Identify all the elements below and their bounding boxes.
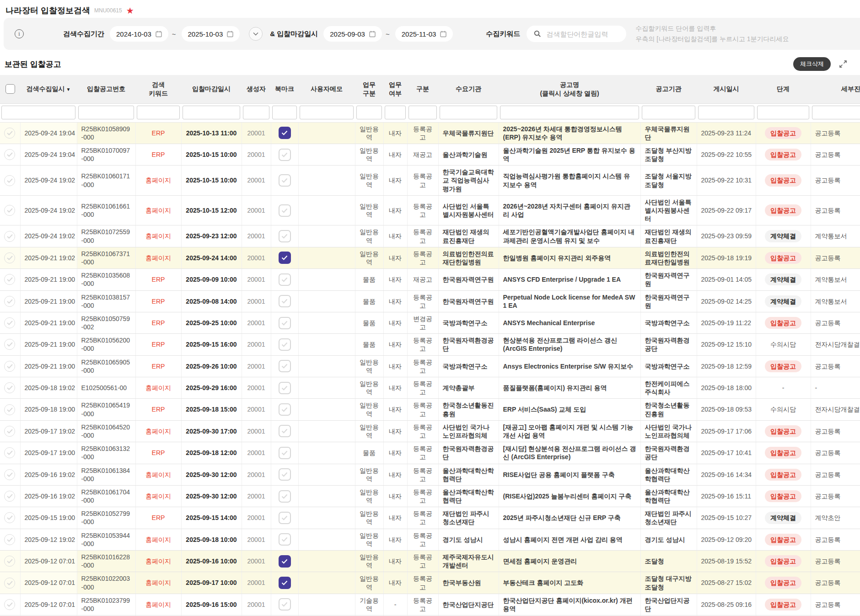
notice-title-link[interactable]: 직업능력심사평가원 통합홈페이지 시스템 유지보수 용역 — [499, 166, 640, 196]
collect-to-date[interactable]: 2025-10-03 — [182, 26, 240, 42]
row-select-check-icon[interactable] — [4, 274, 15, 285]
user-memo-cell[interactable] — [298, 195, 355, 225]
filter-input-collected[interactable] — [1, 106, 75, 119]
row-select-check-icon[interactable] — [4, 426, 15, 437]
filter-input-cat[interactable] — [408, 106, 437, 119]
row-select-check-icon[interactable] — [4, 534, 15, 545]
filter-input-agency[interactable] — [642, 106, 695, 119]
select-all-checkbox[interactable] — [5, 84, 15, 94]
user-memo-cell[interactable] — [298, 290, 355, 312]
notice-title-link[interactable]: 면세점 홈페이지 운영관리 — [499, 551, 640, 572]
row-select-check-icon[interactable] — [4, 512, 15, 523]
filter-input-bookmark[interactable] — [272, 106, 297, 119]
notice-title-link[interactable]: 품질플랫폼(홈페이지) 유지관리 용역 — [499, 377, 640, 399]
favorite-star-icon[interactable]: ★ — [126, 6, 134, 15]
filter-input-creator[interactable] — [243, 106, 269, 119]
notice-title-link[interactable]: ANSYS Mechanical Enterprise — [499, 312, 640, 333]
notice-title-link[interactable]: 세포기반인공혈액기술개발사업단 홈페이지 내 과제관리 운영시스템 유지 및 보… — [499, 225, 640, 247]
select-all-header[interactable] — [0, 75, 20, 103]
bookmark-checkbox[interactable] — [279, 273, 291, 286]
filter-input-bidno[interactable] — [78, 106, 134, 119]
bookmark-checkbox[interactable] — [279, 317, 291, 329]
row-select-check-icon[interactable] — [4, 128, 15, 139]
user-memo-cell[interactable] — [298, 420, 355, 442]
keyword-input[interactable] — [545, 30, 619, 38]
row-select-check-icon[interactable] — [4, 205, 15, 216]
check-delete-button[interactable]: 체크삭제 — [793, 57, 831, 71]
filter-input-deadline[interactable] — [183, 106, 240, 119]
bookmark-checkbox[interactable] — [279, 382, 291, 394]
deadline-to-date[interactable]: 2025-11-03 — [395, 26, 453, 42]
row-select-check-icon[interactable] — [4, 296, 15, 307]
user-memo-cell[interactable] — [298, 312, 355, 333]
column-header-collected[interactable]: 검색수집일시▼ — [20, 75, 77, 103]
notice-title-link[interactable]: [재공고] 모아팹 홈페이지 개편 및 시스템 기능개선 사업 용역 — [499, 420, 640, 442]
notice-title-link[interactable]: 2025~2026년 차세대 통합경영정보시스템(ERP) 유지보수 용역 — [499, 122, 640, 144]
filter-input-title[interactable] — [500, 106, 639, 119]
expand-icon[interactable] — [839, 60, 847, 68]
user-memo-cell[interactable] — [298, 269, 355, 290]
notice-title-link[interactable]: 한일병원 홈페이지 유지관리 외주용역 — [499, 247, 640, 268]
user-memo-cell[interactable] — [298, 572, 355, 594]
notice-title-link[interactable]: 성남시 홈페이지 전면 개편 사업 감리 용역 — [499, 529, 640, 550]
user-memo-cell[interactable] — [298, 464, 355, 485]
bookmark-checkbox[interactable] — [279, 295, 291, 307]
row-select-check-icon[interactable] — [4, 382, 15, 393]
notice-title-link[interactable]: 울산과학기술원 2025년 ERP 통합 유지보수 용역 — [499, 144, 640, 165]
bookmark-checkbox[interactable] — [279, 252, 291, 264]
user-memo-cell[interactable] — [298, 144, 355, 165]
notice-title-link[interactable]: 한국산업단지공단 홈페이지(kicox.or.kr) 개편 용역 — [499, 594, 640, 615]
filter-input-keyword[interactable] — [137, 106, 180, 119]
notice-title-link[interactable]: ERP 서비스(SaaS) 교체 도입 — [499, 399, 640, 420]
user-memo-cell[interactable] — [298, 399, 355, 420]
user-memo-cell[interactable] — [298, 377, 355, 399]
notice-title-link[interactable]: 2025년 파주시청소년재단 신규 ERP 구축 — [499, 507, 640, 529]
notice-title-link[interactable]: 현상분석용 전산프로그램 라이선스 갱신(ArcGIS Enterprise) — [499, 334, 640, 355]
filter-input-org[interactable] — [440, 106, 497, 119]
bookmark-checkbox[interactable] — [279, 598, 291, 611]
row-select-check-icon[interactable] — [4, 491, 15, 502]
bookmark-checkbox[interactable] — [279, 174, 291, 187]
chevron-down-icon[interactable] — [249, 27, 263, 41]
bookmark-checkbox[interactable] — [279, 577, 291, 589]
bookmark-checkbox[interactable] — [279, 555, 291, 568]
notice-title-link[interactable]: [재시담] 현상분석용 전산프로그램 라이선스 갱신 (ArcGIS Enter… — [499, 442, 640, 464]
user-memo-cell[interactable] — [298, 334, 355, 355]
bookmark-checkbox[interactable] — [279, 512, 291, 524]
collect-from-date[interactable]: 2024-10-03 — [110, 26, 168, 42]
bookmark-checkbox[interactable] — [279, 468, 291, 481]
filter-input-stage[interactable] — [757, 106, 809, 119]
bookmark-checkbox[interactable] — [279, 127, 291, 139]
notice-title-link[interactable]: 부동산테크 홈페이지 고도화 — [499, 572, 640, 594]
row-select-check-icon[interactable] — [4, 599, 15, 610]
user-memo-cell[interactable] — [298, 507, 355, 529]
notice-title-link[interactable]: 2026년~2028년 자치구센터 홈페이지 유지관리 사업 — [499, 195, 640, 225]
row-select-check-icon[interactable] — [4, 339, 15, 350]
row-select-check-icon[interactable] — [4, 469, 15, 480]
row-select-check-icon[interactable] — [4, 361, 15, 372]
row-select-check-icon[interactable] — [4, 231, 15, 242]
user-memo-cell[interactable] — [298, 485, 355, 507]
user-memo-cell[interactable] — [298, 355, 355, 377]
bookmark-checkbox[interactable] — [279, 149, 291, 161]
bookmark-checkbox[interactable] — [279, 338, 291, 351]
filter-input-memo[interactable] — [300, 106, 354, 119]
bookmark-checkbox[interactable] — [279, 204, 291, 217]
notice-title-link[interactable]: Ansys Electronics Enterprise S/W 유지보수 — [499, 355, 640, 377]
filter-input-biz2[interactable] — [385, 106, 406, 119]
user-memo-cell[interactable] — [298, 247, 355, 268]
filter-input-posted[interactable] — [698, 106, 754, 119]
row-select-check-icon[interactable] — [4, 252, 15, 263]
row-select-check-icon[interactable] — [4, 317, 15, 328]
deadline-from-date[interactable]: 2025-09-03 — [323, 26, 382, 42]
bookmark-checkbox[interactable] — [279, 490, 291, 503]
bookmark-checkbox[interactable] — [279, 230, 291, 242]
sort-desc-icon[interactable]: ▼ — [66, 87, 71, 92]
row-select-check-icon[interactable] — [4, 404, 15, 415]
row-select-check-icon[interactable] — [4, 556, 15, 567]
notice-title-link[interactable]: RISE사업단 공용 홈페이지 플랫폼 구축 — [499, 464, 640, 485]
filter-input-detail[interactable] — [812, 106, 860, 119]
bookmark-checkbox[interactable] — [279, 533, 291, 546]
user-memo-cell[interactable] — [298, 551, 355, 572]
bookmark-checkbox[interactable] — [279, 447, 291, 459]
